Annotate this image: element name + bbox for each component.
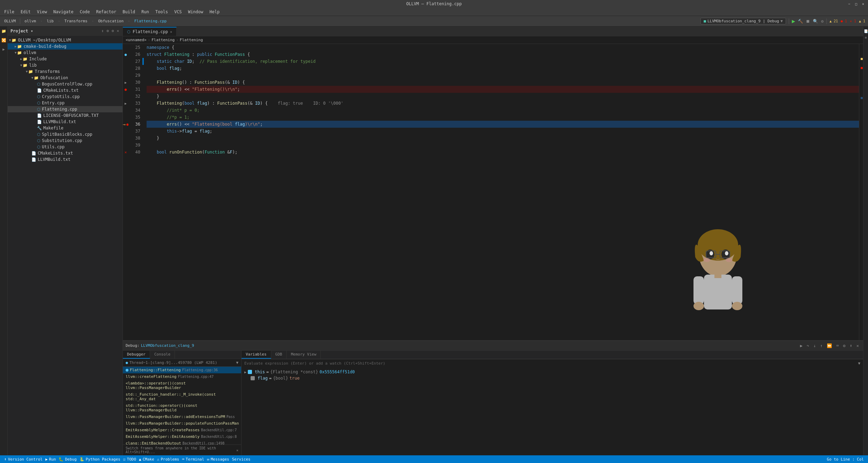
breadcrumb-flattening1[interactable]: Flattening — [151, 38, 175, 42]
stack-frame-8[interactable]: EmitAssemblyHelper::EmitAssembly Backend… — [123, 433, 241, 440]
menu-run[interactable]: Run — [139, 9, 152, 15]
stack-frame-7[interactable]: EmitAssemblyHelper::CreatePasses Backend… — [123, 427, 241, 433]
toolbar-transforms[interactable]: Transforms — [63, 19, 89, 23]
frame-hint-close[interactable]: ✕ — [236, 448, 238, 452]
tree-obfuscation[interactable]: ▼ 📁 Obfuscation — [8, 75, 123, 81]
menu-file[interactable]: File — [1, 9, 17, 15]
gutter-36[interactable]: → ● — [123, 121, 128, 128]
status-messages[interactable]: ✉ Messages — [206, 457, 231, 462]
menu-refactor[interactable]: Refactor — [93, 9, 119, 15]
tree-split[interactable]: ⬡ SplitBasicBlocks.cpp — [8, 131, 123, 137]
tree-cmake-build[interactable]: ▶ 📁 cmake-build-debug — [8, 43, 123, 50]
tab-variables[interactable]: Variables — [242, 351, 271, 359]
menu-help[interactable]: Help — [207, 9, 222, 15]
tree-makefile[interactable]: 🔧 Makefile — [8, 125, 123, 131]
menu-navigate[interactable]: Navigate — [51, 9, 76, 15]
tree-utils[interactable]: ⬡ Utils.cpp — [8, 144, 123, 150]
tree-entry[interactable]: ⬡ Entry.cpp — [8, 100, 123, 106]
tab-close-flattening[interactable]: × — [170, 30, 172, 34]
status-services[interactable]: Services — [231, 457, 252, 462]
stack-frame-4[interactable]: std::function::operator()(const llvm::Pa… — [123, 402, 241, 413]
project-sort-icon[interactable]: ↕ — [101, 28, 105, 34]
tree-license[interactable]: 📄 LICENSE-OBFUSCATOR.TXT — [8, 112, 123, 119]
tree-llvmbuild2[interactable]: 📄 LLVMBuild.txt — [8, 156, 123, 163]
debug-run-to-cursor-btn[interactable]: ⏩ — [825, 343, 833, 349]
menu-tools[interactable]: Tools — [153, 9, 171, 15]
project-root[interactable]: ▼ 📁 OLLVM ~/Desktop/OLLVM — [8, 37, 123, 43]
status-run[interactable]: ▶ Run — [44, 457, 58, 462]
run-sidebar-icon[interactable]: ▶ — [1, 46, 7, 52]
right-icon-structure[interactable]: ≡ — [863, 34, 868, 40]
tree-include[interactable]: ▶ 📁 Include — [8, 56, 123, 62]
debug-eval-input[interactable]: Evaluate expression (Enter) or add a wat… — [242, 359, 863, 367]
menu-code[interactable]: Code — [77, 9, 93, 15]
debug-evaluate-btn[interactable]: ⌨ — [835, 343, 840, 349]
tree-cmake2[interactable]: 📄 CMakeLists.txt — [8, 150, 123, 156]
code-col[interactable]: namespace { struct Flattening : public F… — [144, 44, 859, 340]
tree-transforms[interactable]: ▼ 📁 Transforms — [8, 68, 123, 75]
build-button[interactable]: 🔨 — [798, 19, 803, 24]
tree-lib[interactable]: ▼ 📁 lib — [8, 62, 123, 68]
settings-button[interactable]: ⚙ — [821, 19, 823, 24]
tab-flattening-cpp[interactable]: ⬡ Flattening.cpp × — [123, 27, 177, 36]
tree-crypto[interactable]: ⬡ CryptoUtils.cpp — [8, 94, 123, 100]
search-button[interactable]: 🔍 — [813, 19, 818, 24]
breadcrumb-unnamed[interactable]: <unnamed> — [126, 38, 147, 42]
debug-step-over-btn[interactable]: ↷ — [805, 343, 810, 349]
breakpoint-31[interactable]: ● — [125, 87, 127, 92]
minimize-button[interactable]: − — [847, 2, 851, 6]
debug-maximize-btn[interactable]: ⬆ — [848, 343, 854, 349]
toolbar-obfuscation[interactable]: Obfuscation — [97, 19, 125, 23]
var-expand-this[interactable]: ▶ — [244, 370, 246, 374]
stack-frame-0[interactable]: Flattening::Flattening Flattening.cpp:36 — [123, 367, 241, 373]
status-cmake[interactable]: ▲ CMake — [138, 457, 156, 462]
tab-debugger[interactable]: Debugger — [123, 351, 150, 359]
menu-build[interactable]: Build — [120, 9, 138, 15]
tab-console[interactable]: Console — [150, 351, 175, 359]
project-sidebar-icon[interactable]: 📁 — [1, 28, 7, 34]
stack-frame-6[interactable]: llvm::PassManagerBuilder::populateFuncti… — [123, 420, 241, 427]
debug-close-debug-btn[interactable]: ✕ — [855, 343, 860, 349]
menu-edit[interactable]: Edit — [18, 9, 34, 15]
menu-vcs[interactable]: VCS — [171, 9, 185, 15]
status-version-control[interactable]: ⬆ Version Control — [3, 457, 44, 462]
tree-flattening[interactable]: ⬡ Flattening.cpp — [8, 106, 123, 112]
toolbar-ollvm-path[interactable]: ollvm — [23, 19, 37, 23]
debug-step-out-btn[interactable]: ↑ — [819, 343, 824, 349]
status-goto[interactable]: Go to Line : Col — [825, 457, 865, 462]
commit-sidebar-icon[interactable]: 🔀 — [1, 37, 7, 43]
status-todo[interactable]: ☑ TODO — [122, 457, 138, 462]
status-problems[interactable]: ⚠ Problems — [156, 457, 181, 462]
status-debug[interactable]: 🐛 Debug — [57, 457, 78, 462]
tree-substitution[interactable]: ⬡ Substitution.cpp — [8, 137, 123, 144]
debug-eval-dropdown[interactable]: ▼ — [858, 361, 860, 366]
stop-button[interactable]: ⏹ — [806, 19, 810, 24]
tree-ollvm[interactable]: ▼ 📁 ollvm — [8, 50, 123, 56]
status-terminal[interactable]: ⌨ Terminal — [180, 457, 206, 462]
project-close-icon[interactable]: ✕ — [116, 28, 120, 34]
toolbar-ollvm[interactable]: OLLVM — [3, 19, 17, 23]
tab-memory-view[interactable]: Memory View — [287, 351, 321, 359]
right-icon-bookmarks[interactable]: 📑 — [863, 28, 868, 34]
maximize-button[interactable]: □ — [854, 2, 858, 6]
project-gear-icon[interactable]: ⚙ — [111, 28, 115, 34]
debug-config-label[interactable]: LLVMObfuscation_clang_9 — [141, 343, 194, 348]
run-config-selector[interactable]: ■ LLVMObfuscation_clang_9 | Debug ▼ — [700, 18, 786, 24]
project-settings-icon[interactable]: ⚙ — [106, 28, 110, 34]
tree-bogus[interactable]: ⬡ BogusControlFlow.cpp — [8, 81, 123, 87]
stack-frame-5[interactable]: llvm::PassManagerBuilder::addExtensionsT… — [123, 413, 241, 420]
debug-resume-btn[interactable]: ▶ — [799, 343, 804, 349]
close-button[interactable]: × — [861, 2, 865, 6]
stack-frame-9[interactable]: clang::EmitBackendOutput BackendUtil.cpp… — [123, 440, 241, 445]
tree-cmake1[interactable]: 📄 CMakeLists.txt — [8, 87, 123, 94]
run-button[interactable]: ▶ — [792, 18, 795, 24]
debug-step-in-btn[interactable]: ↓ — [812, 343, 817, 349]
stack-frame-2[interactable]: <lambda>::operator()(const llvm::PassMan… — [123, 380, 241, 391]
menu-window[interactable]: Window — [185, 9, 206, 15]
stack-frame-1[interactable]: llvm::createFlattening Flattening.cpp:47 — [123, 373, 241, 380]
stack-frame-3[interactable]: std::_Function_handler::_M_invoke(const … — [123, 391, 241, 402]
tab-gdb[interactable]: GDB — [271, 351, 287, 359]
toolbar-file[interactable]: Flattening.cpp — [133, 19, 168, 23]
breadcrumb-flattening2[interactable]: Flattening — [180, 38, 203, 42]
tree-llvmbuild1[interactable]: 📄 LLVMBuild.txt — [8, 119, 123, 125]
